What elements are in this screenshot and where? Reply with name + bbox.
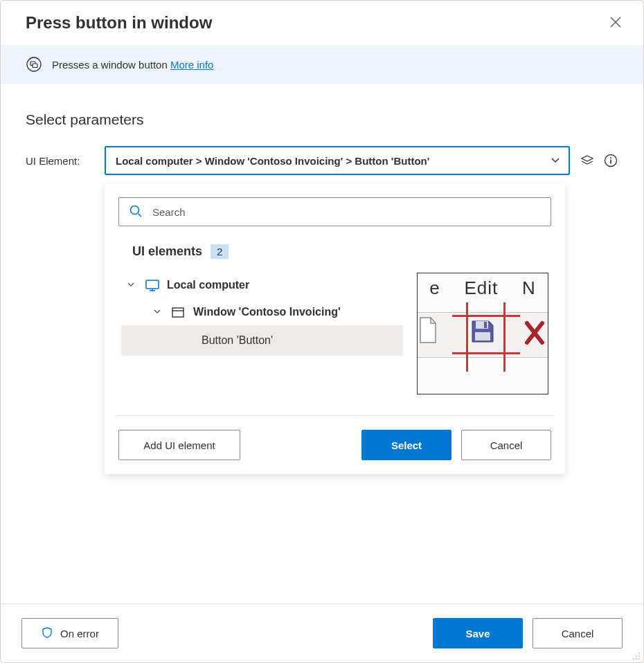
window-icon	[171, 305, 186, 319]
dialog-press-button-in-window: Press button in window Presses a window …	[0, 0, 644, 663]
close-icon[interactable]	[610, 16, 621, 30]
chevron-down-icon	[551, 155, 560, 167]
search-input[interactable]	[151, 206, 541, 219]
crosshair-line	[503, 302, 506, 372]
tree-node-label: Local computer	[167, 279, 249, 291]
svg-point-17	[636, 655, 637, 657]
shield-icon	[41, 626, 53, 641]
svg-rect-11	[172, 308, 184, 317]
crosshair-line	[452, 352, 520, 354]
tree-node-label: Window 'Contoso Invoicing'	[193, 306, 341, 318]
tree-node-local-computer[interactable]: Local computer	[121, 271, 403, 299]
more-info-link[interactable]: More info	[170, 59, 214, 71]
ui-elements-tree: Local computer Window 'Contoso Inv	[121, 271, 403, 394]
action-icon	[26, 56, 42, 73]
tree-node-button-selected[interactable]: Button 'Button'	[121, 325, 403, 356]
preview-menu-item: Edit	[461, 278, 501, 299]
svg-line-7	[138, 213, 142, 217]
svg-rect-14	[484, 322, 487, 328]
ui-element-label: UI Element:	[26, 155, 95, 167]
dialog-body: Select parameters UI Element: Local comp…	[1, 84, 643, 603]
ui-elements-subhead: UI elements 2	[132, 244, 551, 259]
monitor-icon	[145, 278, 160, 293]
svg-rect-5	[610, 160, 611, 164]
info-text: Presses a window button	[52, 59, 170, 71]
ui-element-combobox[interactable]: Local computer > Window 'Contoso Invoici…	[105, 146, 570, 175]
svg-rect-2	[33, 64, 37, 68]
delete-x-icon	[524, 318, 545, 352]
layers-icon[interactable]	[580, 153, 595, 168]
dialog-footer: On error Save Cancel	[1, 603, 643, 662]
dialog-header: Press button in window	[1, 1, 643, 45]
ui-elements-count-badge: 2	[211, 244, 229, 259]
section-title: Select parameters	[26, 111, 618, 128]
save-icon	[465, 314, 501, 349]
file-icon	[419, 316, 437, 344]
info-icon[interactable]	[603, 153, 618, 168]
cancel-button[interactable]: Cancel	[533, 618, 623, 648]
on-error-label: On error	[60, 628, 99, 639]
crosshair-line	[452, 315, 520, 317]
preview-menu-fragment: e	[427, 278, 442, 299]
svg-point-4	[610, 157, 611, 158]
ui-element-picker-popup: UI elements 2	[105, 183, 565, 474]
svg-point-16	[638, 653, 640, 654]
svg-rect-15	[475, 332, 490, 340]
resize-grip-icon[interactable]	[632, 651, 641, 660]
svg-point-20	[636, 658, 637, 660]
add-ui-element-button[interactable]: Add UI element	[118, 430, 240, 460]
picker-cancel-button[interactable]: Cancel	[461, 430, 551, 460]
chevron-down-icon	[127, 280, 138, 291]
dialog-title: Press button in window	[26, 13, 212, 33]
svg-point-18	[638, 655, 640, 657]
svg-point-21	[638, 658, 640, 660]
search-box[interactable]	[118, 197, 551, 226]
svg-point-19	[633, 658, 634, 660]
crosshair-line	[466, 302, 468, 372]
search-icon	[129, 204, 143, 220]
on-error-button[interactable]: On error	[21, 618, 118, 648]
preview-menu-bar: e Edit N	[418, 278, 548, 299]
divider	[116, 415, 554, 416]
svg-point-6	[131, 206, 139, 214]
ui-elements-label: UI elements	[132, 244, 202, 259]
ui-element-parameter-row: UI Element: Local computer > Window 'Con…	[26, 146, 618, 175]
select-button[interactable]: Select	[361, 430, 451, 460]
preview-menu-fragment: N	[519, 278, 539, 299]
tree-node-window[interactable]: Window 'Contoso Invoicing'	[121, 299, 403, 325]
svg-rect-8	[146, 280, 159, 289]
chevron-down-icon	[153, 307, 164, 318]
info-bar: Presses a window button More info	[1, 45, 643, 84]
tree-node-label: Button 'Button'	[202, 334, 273, 347]
ui-element-value: Local computer > Window 'Contoso Invoici…	[116, 155, 429, 167]
save-button[interactable]: Save	[433, 618, 523, 648]
element-preview: e Edit N	[417, 273, 548, 394]
